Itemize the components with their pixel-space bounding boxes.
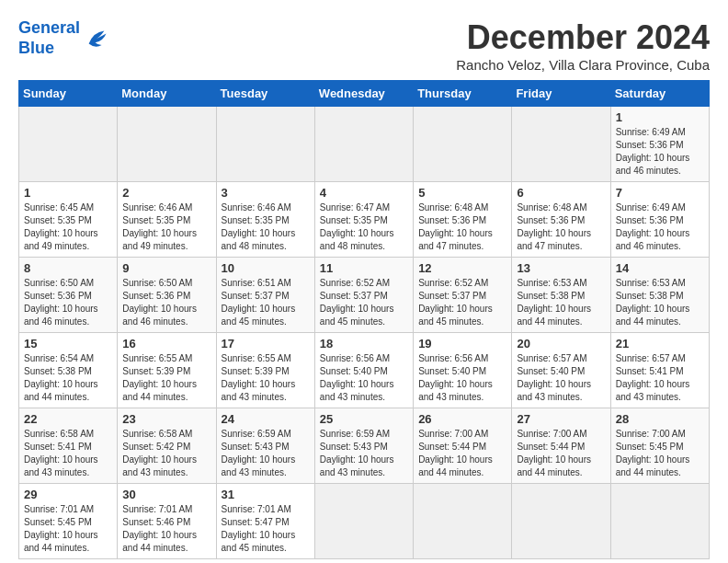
calendar-header-row: SundayMondayTuesdayWednesdayThursdayFrid…	[19, 81, 710, 107]
calendar-cell: 2Sunrise: 6:46 AMSunset: 5:35 PMDaylight…	[118, 182, 216, 258]
day-number: 26	[418, 412, 506, 426]
page-header: GeneralBlue December 2024 Rancho Veloz, …	[18, 18, 710, 73]
calendar-cell: 27Sunrise: 7:00 AMSunset: 5:44 PMDayligh…	[512, 408, 610, 484]
calendar-cell: 12Sunrise: 6:52 AMSunset: 5:37 PMDayligh…	[414, 258, 512, 333]
day-info: Sunrise: 6:52 AMSunset: 5:37 PMDaylight:…	[320, 277, 408, 328]
day-number: 11	[320, 261, 408, 275]
day-info: Sunrise: 6:57 AMSunset: 5:41 PMDaylight:…	[616, 352, 704, 404]
day-info: Sunrise: 6:51 AMSunset: 5:37 PMDaylight:…	[222, 277, 310, 328]
day-info: Sunrise: 7:00 AMSunset: 5:45 PMDaylight:…	[616, 428, 704, 479]
day-number: 24	[222, 412, 310, 426]
day-number: 10	[222, 261, 310, 275]
day-info: Sunrise: 6:50 AMSunset: 5:36 PMDaylight:…	[122, 277, 210, 328]
calendar-cell	[216, 107, 314, 182]
day-info: Sunrise: 6:46 AMSunset: 5:35 PMDaylight:…	[122, 201, 210, 253]
day-number: 6	[517, 186, 605, 200]
calendar-cell: 6Sunrise: 6:48 AMSunset: 5:36 PMDaylight…	[512, 182, 610, 258]
day-number: 15	[24, 337, 112, 350]
logo-text: GeneralBlue	[18, 18, 80, 58]
calendar-cell: 30Sunrise: 7:01 AMSunset: 5:46 PMDayligh…	[118, 484, 216, 559]
calendar-week-3: 8Sunrise: 6:50 AMSunset: 5:36 PMDaylight…	[19, 258, 710, 333]
day-info: Sunrise: 6:58 AMSunset: 5:42 PMDaylight:…	[122, 428, 210, 479]
day-info: Sunrise: 6:58 AMSunset: 5:41 PMDaylight:…	[24, 428, 112, 479]
calendar-cell	[19, 107, 118, 182]
calendar-week-1: 1Sunrise: 6:49 AMSunset: 5:36 PMDaylight…	[19, 107, 710, 182]
header-thursday: Thursday	[414, 81, 512, 107]
calendar-cell	[512, 484, 610, 559]
day-info: Sunrise: 6:59 AMSunset: 5:43 PMDaylight:…	[222, 428, 310, 479]
day-number: 18	[320, 337, 408, 350]
calendar-week-6: 29Sunrise: 7:01 AMSunset: 5:45 PMDayligh…	[19, 484, 710, 559]
calendar-week-4: 15Sunrise: 6:54 AMSunset: 5:38 PMDayligh…	[19, 333, 710, 408]
day-number: 3	[222, 186, 310, 200]
calendar-cell: 15Sunrise: 6:54 AMSunset: 5:38 PMDayligh…	[19, 333, 118, 408]
day-info: Sunrise: 7:00 AMSunset: 5:44 PMDaylight:…	[517, 428, 605, 479]
calendar-cell: 21Sunrise: 6:57 AMSunset: 5:41 PMDayligh…	[610, 333, 709, 408]
day-info: Sunrise: 6:47 AMSunset: 5:35 PMDaylight:…	[320, 201, 408, 253]
calendar-cell: 22Sunrise: 6:58 AMSunset: 5:41 PMDayligh…	[19, 408, 118, 484]
calendar-cell: 8Sunrise: 6:50 AMSunset: 5:36 PMDaylight…	[19, 258, 118, 333]
header-saturday: Saturday	[610, 81, 709, 107]
calendar-week-5: 22Sunrise: 6:58 AMSunset: 5:41 PMDayligh…	[19, 408, 710, 484]
day-number: 1	[616, 110, 704, 124]
calendar-cell: 24Sunrise: 6:59 AMSunset: 5:43 PMDayligh…	[216, 408, 314, 484]
calendar-cell	[610, 484, 709, 559]
day-number: 30	[122, 488, 210, 501]
calendar-cell	[512, 107, 610, 182]
day-number: 19	[418, 337, 506, 350]
calendar-cell: 17Sunrise: 6:55 AMSunset: 5:39 PMDayligh…	[216, 333, 314, 408]
day-number: 21	[616, 337, 704, 350]
day-number: 12	[418, 261, 506, 275]
day-number: 7	[616, 186, 704, 200]
day-number: 25	[320, 412, 408, 426]
day-info: Sunrise: 7:01 AMSunset: 5:46 PMDaylight:…	[122, 503, 210, 555]
day-number: 27	[517, 412, 605, 426]
calendar-cell: 18Sunrise: 6:56 AMSunset: 5:40 PMDayligh…	[314, 333, 413, 408]
month-title: December 2024	[456, 18, 710, 57]
calendar-cell: 16Sunrise: 6:55 AMSunset: 5:39 PMDayligh…	[118, 333, 216, 408]
day-info: Sunrise: 6:56 AMSunset: 5:40 PMDaylight:…	[320, 352, 408, 404]
calendar-cell: 31Sunrise: 7:01 AMSunset: 5:47 PMDayligh…	[216, 484, 314, 559]
calendar-cell: 25Sunrise: 6:59 AMSunset: 5:43 PMDayligh…	[314, 408, 413, 484]
day-info: Sunrise: 6:52 AMSunset: 5:37 PMDaylight:…	[418, 277, 506, 328]
day-info: Sunrise: 7:01 AMSunset: 5:47 PMDaylight:…	[222, 503, 310, 555]
calendar-cell: 26Sunrise: 7:00 AMSunset: 5:44 PMDayligh…	[414, 408, 512, 484]
day-info: Sunrise: 6:48 AMSunset: 5:36 PMDaylight:…	[517, 201, 605, 253]
calendar-cell	[314, 484, 413, 559]
day-number: 2	[122, 186, 210, 200]
calendar-cell	[118, 107, 216, 182]
day-number: 8	[24, 261, 112, 275]
header-monday: Monday	[118, 81, 216, 107]
day-number: 4	[320, 186, 408, 200]
day-number: 5	[418, 186, 506, 200]
calendar-cell	[414, 484, 512, 559]
calendar-cell: 20Sunrise: 6:57 AMSunset: 5:40 PMDayligh…	[512, 333, 610, 408]
logo-bird-icon	[84, 26, 109, 52]
day-number: 22	[24, 412, 112, 426]
calendar-cell: 1Sunrise: 6:45 AMSunset: 5:35 PMDaylight…	[19, 182, 118, 258]
day-number: 13	[517, 261, 605, 275]
header-tuesday: Tuesday	[216, 81, 314, 107]
day-info: Sunrise: 6:53 AMSunset: 5:38 PMDaylight:…	[616, 277, 704, 328]
day-number: 29	[24, 488, 112, 501]
calendar-cell: 3Sunrise: 6:46 AMSunset: 5:35 PMDaylight…	[216, 182, 314, 258]
day-number: 14	[616, 261, 704, 275]
calendar-table: SundayMondayTuesdayWednesdayThursdayFrid…	[18, 80, 710, 559]
day-info: Sunrise: 6:54 AMSunset: 5:38 PMDaylight:…	[24, 352, 112, 404]
calendar-cell: 7Sunrise: 6:49 AMSunset: 5:36 PMDaylight…	[610, 182, 709, 258]
header-wednesday: Wednesday	[314, 81, 413, 107]
calendar-cell: 1Sunrise: 6:49 AMSunset: 5:36 PMDaylight…	[610, 107, 709, 182]
day-info: Sunrise: 6:55 AMSunset: 5:39 PMDaylight:…	[122, 352, 210, 404]
calendar-cell: 10Sunrise: 6:51 AMSunset: 5:37 PMDayligh…	[216, 258, 314, 333]
day-number: 9	[122, 261, 210, 275]
day-info: Sunrise: 6:46 AMSunset: 5:35 PMDaylight:…	[222, 201, 310, 253]
calendar-cell: 13Sunrise: 6:53 AMSunset: 5:38 PMDayligh…	[512, 258, 610, 333]
day-number: 17	[222, 337, 310, 350]
day-info: Sunrise: 6:45 AMSunset: 5:35 PMDaylight:…	[24, 201, 112, 253]
calendar-cell: 28Sunrise: 7:00 AMSunset: 5:45 PMDayligh…	[610, 408, 709, 484]
header-friday: Friday	[512, 81, 610, 107]
location: Rancho Veloz, Villa Clara Province, Cuba	[456, 57, 710, 73]
day-info: Sunrise: 7:00 AMSunset: 5:44 PMDaylight:…	[418, 428, 506, 479]
calendar-cell: 9Sunrise: 6:50 AMSunset: 5:36 PMDaylight…	[118, 258, 216, 333]
day-info: Sunrise: 6:49 AMSunset: 5:36 PMDaylight:…	[616, 126, 704, 178]
